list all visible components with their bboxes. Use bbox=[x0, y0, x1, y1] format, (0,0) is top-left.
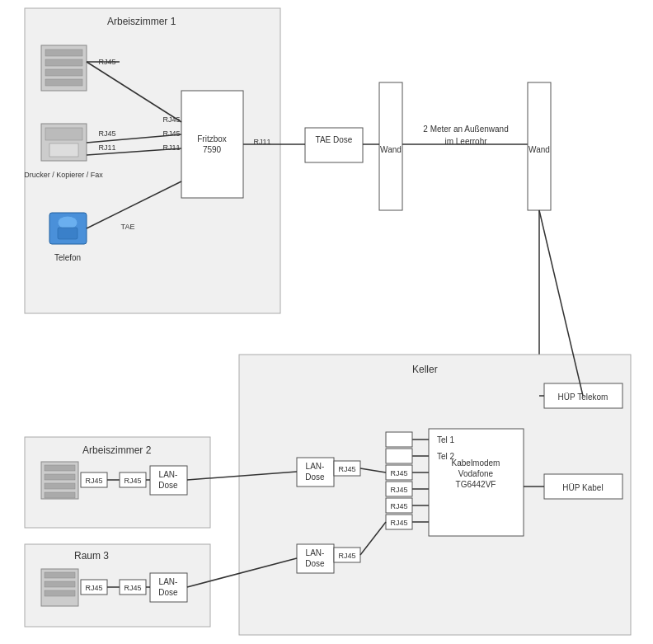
lan-dose-az2-label1: LAN- bbox=[159, 470, 178, 479]
keller-label: Keller bbox=[412, 364, 438, 375]
wand2-label: Wand bbox=[529, 145, 550, 154]
svg-rect-37 bbox=[45, 590, 75, 596]
svg-rect-6 bbox=[49, 143, 78, 157]
rj45-k4-label: RJ45 bbox=[390, 519, 407, 527]
svg-rect-0 bbox=[45, 49, 82, 56]
svg-rect-3 bbox=[45, 79, 82, 86]
lan-dose-r3-label1: LAN- bbox=[159, 577, 178, 586]
lan-dose-keller2-label2: Dose bbox=[305, 559, 325, 568]
svg-rect-29 bbox=[45, 474, 75, 480]
leerrohr-label1: 2 Meter an Außenwand bbox=[423, 125, 508, 134]
rj11-tel1-box bbox=[386, 432, 412, 447]
lan-dose-keller-label2: Dose bbox=[305, 472, 325, 482]
rj45-r3-pc-label: RJ45 bbox=[85, 584, 102, 592]
rj11-tel2-box bbox=[386, 449, 412, 463]
svg-rect-36 bbox=[45, 581, 75, 587]
svg-rect-1 bbox=[45, 59, 82, 66]
rj45-k2-label: RJ45 bbox=[390, 486, 407, 494]
rj11-printer-label: RJ11 bbox=[98, 143, 115, 152]
room3-label: Raum 3 bbox=[74, 550, 109, 562]
lan-dose-az2-label2: Dose bbox=[158, 481, 178, 490]
fritzbox-label1: Fritzbox bbox=[197, 134, 227, 143]
lan-dose-keller-label1: LAN- bbox=[306, 462, 325, 471]
printer-label: Drucker / Kopierer / Fax bbox=[24, 171, 103, 179]
tae-dose-box bbox=[305, 128, 363, 162]
fritzbox-box bbox=[181, 91, 243, 198]
rj45-k1-label: RJ45 bbox=[390, 469, 407, 477]
lan-dose-keller2-label1: LAN- bbox=[306, 548, 325, 557]
room2-label: Arbeiszimmer 2 bbox=[82, 444, 152, 456]
rj45-k3-label: RJ45 bbox=[390, 502, 407, 510]
wand1-label: Wand bbox=[380, 145, 402, 154]
rj45-az2-out-label: RJ45 bbox=[124, 477, 141, 485]
rj45-r3-out-label: RJ45 bbox=[124, 584, 141, 592]
telefon-label: Telefon bbox=[54, 253, 81, 262]
svg-rect-31 bbox=[45, 492, 75, 498]
lan-dose-r3-label2: Dose bbox=[158, 588, 178, 597]
fritzbox-label2: 7590 bbox=[203, 145, 222, 154]
rj11-fritz-in: RJ11 bbox=[162, 143, 180, 152]
tae-dose-label1: TAE Dose bbox=[316, 135, 353, 144]
svg-rect-30 bbox=[45, 483, 75, 489]
kabelmodem-label1: Kabelmodem bbox=[452, 458, 500, 468]
kabelmodem-label3: TG6442VF bbox=[456, 480, 496, 489]
tel1-label: Tel 1 bbox=[437, 435, 455, 444]
tae-phone-label: TAE bbox=[121, 223, 135, 231]
svg-rect-5 bbox=[45, 128, 82, 140]
hup-kabel-label: HÜP Kabel bbox=[562, 483, 603, 492]
network-diagram: Arbeiszimmer 1 RJ45 Drucker / Kopierer /… bbox=[0, 0, 653, 644]
rj45-lan-dose-k-label: RJ45 bbox=[338, 465, 355, 473]
svg-rect-2 bbox=[45, 69, 82, 76]
room1-label: Arbeiszimmer 1 bbox=[107, 16, 176, 27]
svg-rect-28 bbox=[45, 465, 75, 471]
rj45-printer-label1: RJ45 bbox=[98, 129, 115, 138]
rj45-fritz-in2: RJ45 bbox=[162, 129, 180, 138]
tel2-label: Tel 2 bbox=[437, 452, 455, 461]
rj45-lan-dose-k2-label: RJ45 bbox=[338, 552, 355, 560]
rj45-az2-pc-label: RJ45 bbox=[85, 477, 102, 485]
svg-rect-8 bbox=[58, 228, 78, 239]
svg-rect-35 bbox=[45, 572, 75, 578]
svg-point-7 bbox=[58, 216, 78, 229]
kabelmodem-label2: Vodafone bbox=[458, 469, 494, 478]
